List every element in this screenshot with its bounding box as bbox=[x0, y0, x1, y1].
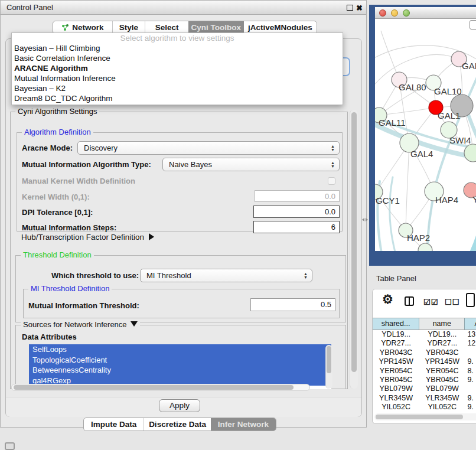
table-row[interactable]: YBR045CYBR045C9. bbox=[373, 376, 476, 384]
table-header-row: shared...nameA bbox=[373, 318, 476, 330]
network-edge-thick[interactable] bbox=[462, 227, 476, 251]
table-cell: 9. bbox=[465, 403, 476, 411]
mi-type-combo[interactable]: Naive Bayes ▲▼ bbox=[162, 158, 340, 171]
tab-label: Cyni Toolbox bbox=[191, 23, 242, 32]
zoom-traffic-light-icon[interactable] bbox=[403, 9, 410, 17]
algorithm-option-dream8-dc-tdc-algorithm[interactable]: Dream8 DC_TDC Algorithm bbox=[12, 93, 343, 103]
control-panel-titlebar: Control Panel ✖ bbox=[1, 1, 366, 15]
algorithm-definition-group: Algorithm Definition Aracne Mode: Discov… bbox=[17, 132, 343, 231]
tab-jactivemnodules[interactable]: jActiveMNodules bbox=[244, 21, 317, 34]
bottom-tab-impute-data[interactable]: Impute Data bbox=[84, 418, 144, 431]
node-label-gal11: GAL11 bbox=[379, 118, 406, 128]
dpi-tolerance-field[interactable]: 0.0 bbox=[253, 206, 340, 218]
settings-hscrollbar[interactable] bbox=[11, 384, 310, 391]
control-panel-window: Control Panel ✖ NetworkStyleSelectCyni T… bbox=[0, 0, 367, 428]
cyni-bottom-tabs: Impute DataDiscretize DataInfer Network bbox=[83, 418, 276, 431]
tab-network[interactable]: Network bbox=[53, 21, 112, 34]
column-header-shared[interactable]: shared... bbox=[373, 318, 419, 330]
attribute-item-selfloops[interactable]: SelfLoops bbox=[29, 344, 331, 355]
manual-kernel-label: Manual Kernel Width Definition bbox=[22, 177, 135, 185]
algorithm-option-bayesian-k2[interactable]: Bayesian – K2 bbox=[12, 83, 343, 93]
table-hscrollbar[interactable] bbox=[374, 413, 476, 420]
column-header-name[interactable]: name bbox=[419, 318, 465, 330]
manual-kernel-checkbox[interactable] bbox=[328, 177, 335, 185]
mi-threshold-field[interactable]: 0.5 bbox=[250, 298, 335, 311]
algorithm-option-bayesian-hill-climbing[interactable]: Bayesian – Hill Climbing bbox=[12, 43, 343, 53]
table-row[interactable]: YIL052CYIL052C9. bbox=[373, 403, 476, 411]
algorithm-dropdown-popup: Select algorithm to view settings Bayesi… bbox=[11, 32, 343, 105]
data-attributes-label: Data Attributes bbox=[22, 332, 77, 341]
settings-scrollbar[interactable] bbox=[350, 110, 358, 389]
tab-style[interactable]: Style bbox=[112, 21, 145, 34]
table-cell: 9. bbox=[465, 394, 476, 403]
tab-select[interactable]: Select bbox=[145, 21, 188, 34]
algorithm-option-mutual-information-inference[interactable]: Mutual Information Inference bbox=[12, 73, 343, 83]
network-window-titlebar bbox=[375, 7, 476, 19]
table-row[interactable]: YBR043CYBR043C bbox=[373, 348, 476, 357]
attribute-item-betweennesscentrality[interactable]: BetweennessCentrality bbox=[29, 365, 331, 376]
mi-steps-field[interactable]: 6 bbox=[253, 221, 340, 233]
network-edge-thick[interactable] bbox=[390, 177, 401, 251]
table-cell: 8. bbox=[465, 367, 476, 376]
table-row[interactable]: YLR345WYLR345W9. bbox=[373, 394, 476, 403]
panel-splitter-handle[interactable] bbox=[362, 217, 368, 222]
kernel-width-label: Kernel Width (0,1): bbox=[22, 193, 90, 201]
table-cell: YER054C bbox=[373, 367, 419, 376]
network-canvas[interactable]: GALGAL80GAL10GAL1GAL11SWI4GAL4GCY1HAP4YH… bbox=[375, 19, 476, 251]
algorithm-definition-title: Algorithm Definition bbox=[22, 128, 93, 136]
table-row[interactable]: YDL19...YDL19...13 bbox=[373, 330, 476, 339]
float-window-icon[interactable] bbox=[347, 5, 353, 11]
node-label-hap2: HAP2 bbox=[407, 233, 430, 243]
tab-label: Select bbox=[155, 23, 179, 32]
table-row[interactable]: YDR27...YDR27...12 bbox=[373, 339, 476, 348]
network-node[interactable] bbox=[418, 243, 432, 251]
mi-type-value: Naive Bayes bbox=[169, 160, 212, 169]
apply-button[interactable]: Apply bbox=[159, 399, 200, 412]
table-cell: YBL079W bbox=[419, 384, 465, 393]
split-view-icon[interactable] bbox=[405, 296, 414, 306]
which-threshold-label: Which threshold to use: bbox=[51, 271, 139, 280]
document-icon[interactable] bbox=[466, 293, 475, 307]
node-label-gal1: GAL1 bbox=[438, 110, 460, 120]
node-label-gal: GAL bbox=[462, 61, 476, 71]
data-attributes-list: SelfLoopsTopologicalCoefficientBetweenne… bbox=[29, 344, 331, 389]
column-header-a[interactable]: A bbox=[465, 318, 476, 330]
checked-columns-icon[interactable]: ☑☑ bbox=[423, 298, 438, 306]
bottom-tab-infer-network[interactable]: Infer Network bbox=[211, 418, 276, 431]
hub-factor-expander[interactable]: Hub/Transcription Factor Definition bbox=[21, 233, 154, 242]
dpi-tolerance-label: DPI Tolerance [0,1]: bbox=[22, 208, 93, 217]
table-cell: YER054C bbox=[419, 367, 465, 376]
table-row[interactable]: YER054CYER054C8. bbox=[373, 367, 476, 376]
close-traffic-light-icon[interactable] bbox=[379, 9, 386, 17]
tab-cyni-toolbox[interactable]: Cyni Toolbox bbox=[188, 21, 244, 34]
minimized-panel-icon[interactable] bbox=[5, 442, 15, 450]
minimize-traffic-light-icon[interactable] bbox=[391, 9, 398, 17]
unchecked-columns-icon[interactable]: ☐☐ bbox=[445, 298, 459, 306]
close-icon[interactable]: ✖ bbox=[356, 1, 363, 15]
attributes-scrollbar[interactable] bbox=[325, 345, 332, 389]
table-cell: YBR045C bbox=[419, 376, 465, 384]
sources-group-title[interactable]: Sources for Network Inference bbox=[21, 320, 140, 329]
aracne-mode-combo[interactable]: Discovery ▲▼ bbox=[77, 141, 340, 155]
table-cell: YBR045C bbox=[373, 376, 419, 384]
algorithm-popup-prompt: Select algorithm to view settings bbox=[12, 33, 343, 43]
bottom-tab-discretize-data[interactable]: Discretize Data bbox=[144, 418, 210, 431]
table-row[interactable]: YBL079WYBL079W bbox=[373, 384, 476, 393]
algorithm-option-aracne-algorithm[interactable]: ARACNE Algorithm bbox=[12, 63, 343, 73]
node-label-gal80: GAL80 bbox=[399, 82, 426, 92]
algorithm-option-basic-correlation-inference[interactable]: Basic Correlation Inference bbox=[12, 53, 343, 63]
kernel-width-field[interactable]: 0.0 bbox=[255, 190, 340, 202]
attribute-item-topologicalcoefficient[interactable]: TopologicalCoefficient bbox=[29, 355, 331, 366]
mi-threshold-group: MI Threshold Definition Mutual Informati… bbox=[23, 289, 340, 318]
network-graph[interactable]: GALGAL80GAL10GAL1GAL11SWI4GAL4GCY1HAP4YH… bbox=[375, 19, 476, 251]
which-threshold-value: MI Threshold bbox=[146, 271, 191, 280]
which-threshold-combo[interactable]: MI Threshold ▲▼ bbox=[140, 269, 312, 282]
screen: Control Panel ✖ NetworkStyleSelectCyni T… bbox=[0, 0, 476, 450]
table-cell: YBL079W bbox=[373, 384, 419, 393]
node-label-gal4: GAL4 bbox=[410, 149, 433, 159]
table-row[interactable]: YPR145WYPR145W9. bbox=[373, 357, 476, 366]
network-edge[interactable] bbox=[406, 143, 409, 230]
threshold-definition-group: Threshold Definition Which threshold to … bbox=[15, 255, 346, 322]
node-label-swi4: SWI4 bbox=[449, 135, 471, 145]
gear-icon[interactable]: ⚙ bbox=[382, 292, 393, 306]
